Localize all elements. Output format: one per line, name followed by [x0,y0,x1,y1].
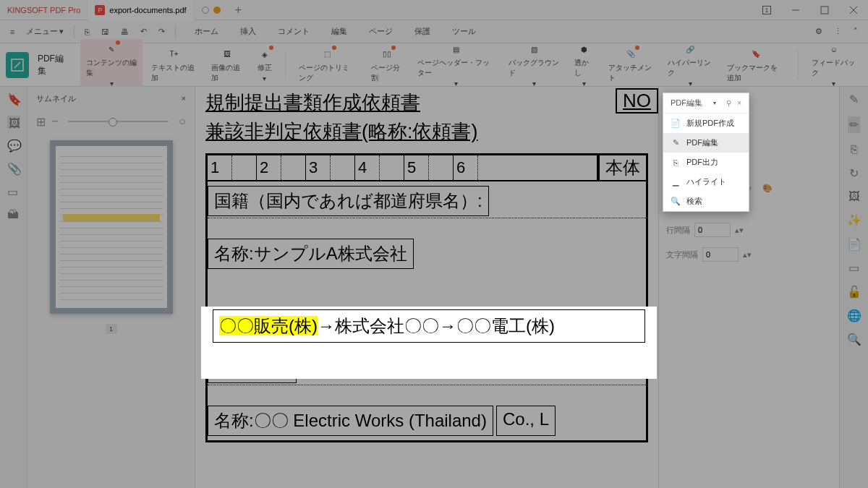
line-spacing-label: 行間隔 [666,225,690,236]
stepper-icon[interactable]: ▴▾ [735,226,744,235]
hyperlink-button[interactable]: 🔗 ハイパーリンク ▾ [662,39,718,90]
add-image-button[interactable]: 🖼 画像の追加 [205,44,249,86]
sidebar-close-icon[interactable]: × [182,94,186,103]
num-cell: 3 [306,155,331,180]
watermark-icon: ⬢ [577,42,592,56]
document-viewport[interactable]: 規制提出書類作成依頼書 兼該非判定依頼書(略称:依頼書) NO 1 2 3 4 … [195,87,658,488]
rr-search-icon[interactable]: 🔍 [847,333,861,346]
ctx-item-search[interactable]: 🔍 検索 [663,192,749,211]
sidebar-header: サムネイル × [27,87,195,110]
ctx-item-export-pdf[interactable]: ⎘ PDF出力 [663,153,749,172]
doc-title-1: 規制提出書類作成依頼書 [205,90,648,116]
title-bar: KINGSOFT PDF Pro P export-documents.pdf … [0,0,868,20]
feedback-button[interactable]: ☺ フィードバック ▾ [806,39,862,90]
fix-button[interactable]: ◈ 修正 ▾ [252,44,278,85]
num-cell [281,155,306,180]
settings-icon[interactable]: ⚙ [811,24,827,39]
image-rail-icon[interactable]: 🏔 [7,208,20,221]
rr-lang-icon[interactable]: 🌐 [847,309,861,322]
document-tab[interactable]: P export-documents.pdf [88,0,194,20]
num-cell [331,155,355,180]
field-rail-icon[interactable]: ▭ [7,185,20,198]
ctx-item-highlight[interactable]: ▁ ハイライト [663,172,749,192]
thumbnail-rail-icon[interactable]: 🖼 [7,116,20,129]
menu-comment[interactable]: コメント [273,23,314,40]
bookmark-button[interactable]: 🔖 ブックマークを追加 [721,44,791,86]
ctx-item-edit-pdf[interactable]: ✎ PDF編集 [663,133,749,153]
open-icon[interactable]: ⎘ [80,25,94,39]
close-button[interactable] [839,0,868,20]
char-spacing-label: 文字間隔 [666,249,698,260]
add-image-icon: 🖼 [220,47,234,61]
rr-convert-icon[interactable]: ↻ [849,166,859,180]
new-tab-button[interactable]: + [228,4,249,17]
hontai-cell: 本体 [598,155,646,180]
content-edit-icon: ✎ [104,42,119,56]
stepper-icon[interactable]: ▴▾ [743,250,752,260]
ctx-pin-icon[interactable]: ⚲ [726,99,731,107]
collapse-icon[interactable]: ˄ [849,24,862,39]
menu-tool[interactable]: ツール [448,23,480,40]
maximize-button[interactable] [810,0,839,20]
num-cell [429,155,454,180]
print-icon[interactable]: 🖶 [116,25,133,39]
redo-icon[interactable]: ↷ [154,24,169,39]
sidebar-grid-icon[interactable]: ⊞ [36,115,46,129]
rr-pen-icon[interactable]: ✎ [849,93,859,106]
split-button[interactable]: ▯▯ ページ分割 [365,44,409,86]
zoom-slider[interactable] [68,121,169,122]
attachment-button[interactable]: 📎 アタッチメント [603,44,659,86]
hamburger-icon[interactable]: ≡ [6,25,19,39]
bookmark-icon: 🔖 [749,47,763,61]
status-circle [202,7,209,14]
bookmark-rail-icon[interactable]: 🔖 [7,93,20,106]
highlight-icon: ▁ [671,177,681,187]
content-edit-button[interactable]: ✎ コンテンツの編集 ▾ [80,39,143,90]
page-thumbnail[interactable] [50,140,173,314]
rr-edit-icon[interactable]: ✏ [848,116,860,133]
rr-lock-icon[interactable]: 🔓 [847,285,861,299]
trim-button[interactable]: ⬚ ページのトリミング [293,44,362,86]
font-color-icon[interactable]: 🎨 [762,184,773,193]
num-cell: 4 [355,155,380,180]
file-icon: 📄 [671,119,681,129]
menu-protect[interactable]: 保護 [410,23,435,40]
header-footer-button[interactable]: ▤ ページヘッダー・フッター ▾ [412,39,500,90]
rr-highlight-icon[interactable]: ✨ [847,213,861,227]
rr-export-icon[interactable]: ⎘ [851,143,858,156]
watermark-button[interactable]: ⬢ 透かし ▾ [569,39,600,90]
num-cell: 1 [208,155,232,180]
minimize-button[interactable] [781,0,810,20]
zoom-out-icon[interactable]: − [51,115,58,128]
rr-scan-icon[interactable]: 📄 [847,237,861,251]
save-icon[interactable]: 🖫 [97,25,114,39]
line-spacing-row: 行間隔 ▴▾ [666,223,832,237]
menu-insert[interactable]: 挿入 [236,23,260,40]
highlighted-text-box[interactable]: 〇〇販売(株)→株式会社〇〇→〇〇電工(株) [213,309,645,343]
comment-rail-icon[interactable]: 💬 [7,139,20,152]
window-mode[interactable]: 1 [752,0,781,20]
rr-img-icon[interactable]: 🖼 [848,190,860,203]
header-footer-icon: ▤ [448,42,463,56]
export-icon: ⎘ [671,158,681,168]
thumbnail-label: サムネイル [36,93,76,104]
menu-home[interactable]: ホーム [190,23,223,40]
zoom-in-icon[interactable]: ○ [179,115,186,128]
ctx-close-icon[interactable]: × [737,99,741,107]
menu-page[interactable]: ページ [365,23,397,40]
menu-dropdown[interactable]: メニュー ▾ [22,23,68,40]
char-spacing-input[interactable] [702,247,739,262]
undo-icon[interactable]: ↶ [136,24,151,39]
more-icon[interactable]: ⋮ [830,24,846,39]
rr-form-icon[interactable]: ▭ [848,261,859,275]
menu-edit[interactable]: 編集 [327,23,352,40]
attach-rail-icon[interactable]: 📎 [7,162,20,175]
name2-box: 名称:〇〇 Electric Works (Thailand) [208,406,493,436]
line-spacing-input[interactable] [694,223,731,237]
add-text-button[interactable]: T+ テキストの追加 [145,44,202,86]
background-button[interactable]: ▧ バックグラウンド ▾ [503,39,566,90]
ctx-item-new-pdf[interactable]: 📄 新規PDF作成 [663,114,749,133]
highlighted-edit-region[interactable]: 〇〇販売(株)→株式会社〇〇→〇〇電工(株) [201,307,657,379]
char-spacing-row: 文字間隔 ▴▾ [666,247,832,262]
thumbnail-sidebar: サムネイル × ⊞ − ○ 1 [27,87,195,488]
